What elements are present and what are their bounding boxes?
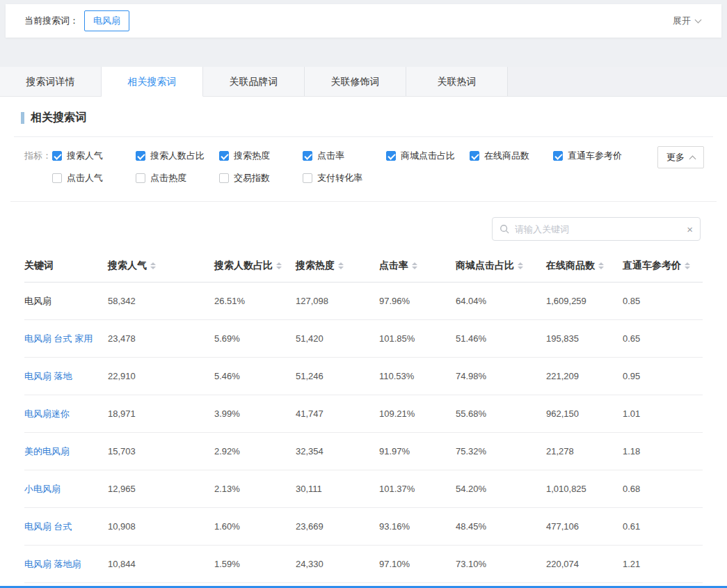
cell-点击率: 101.37% [379,484,456,494]
checkbox-unchecked-icon[interactable] [303,173,312,183]
sort-icon[interactable] [338,262,344,269]
metric-checkbox-点击热度[interactable]: 点击热度 [136,172,219,184]
table-row: 电风扇 台式10,9081.60%23,66993.16%48.45%477,1… [24,508,703,546]
search-box[interactable]: × [492,217,701,241]
more-button[interactable]: 更多 [657,146,704,168]
column-label: 搜索人数占比 [214,260,273,272]
metric-checkbox-搜索人气[interactable]: 搜索人气 [52,150,136,162]
metric-checkbox-交易指数[interactable]: 交易指数 [219,172,303,184]
cell-在线商品数: 220,074 [546,559,623,569]
metric-checkbox-点击率[interactable]: 点击率 [303,150,386,162]
current-search-bar: 当前搜索词： 电风扇 展开 [6,4,721,38]
cell-直通车参考价: 0.85 [623,296,703,306]
cell-直通车参考价: 0.68 [623,484,703,494]
checkbox-unchecked-icon[interactable] [52,173,62,183]
checkbox-checked-icon[interactable] [553,151,563,161]
cell-搜索热度: 24,330 [296,559,379,569]
metric-label: 交易指数 [234,172,270,184]
column-header-直通车参考价[interactable]: 直通车参考价 [623,260,703,272]
metric-checkbox-直通车参考价[interactable]: 直通车参考价 [553,150,637,162]
tab-相关搜索词[interactable]: 相关搜索词 [102,67,203,97]
column-header-搜索人气[interactable]: 搜索人气 [108,260,214,272]
sort-icon[interactable] [685,262,690,269]
checkbox-checked-icon[interactable] [219,151,229,161]
keyword-link[interactable]: 电风扇 落地扇 [24,558,108,571]
cell-搜索热度: 127,098 [296,296,379,306]
tab-关联修饰词[interactable]: 关联修饰词 [305,67,406,96]
sort-icon[interactable] [598,262,604,269]
table-row: 电风扇 落地扇10,8441.59%24,33097.10%73.10%220,… [24,546,703,583]
cell-商城点击占比: 51.46% [456,333,546,344]
sort-icon[interactable] [412,262,417,269]
tab-搜索词详情[interactable]: 搜索词详情 [0,67,102,96]
cell-在线商品数: 1,010,825 [546,484,623,494]
cell-点击率: 109.21% [379,408,456,419]
cell-搜索热度: 23,669 [296,521,379,532]
cell-在线商品数: 195,835 [546,333,623,344]
keyword-link[interactable]: 电风扇 台式 [24,521,108,533]
expand-button[interactable]: 展开 [673,15,701,27]
checkbox-unchecked-icon[interactable] [136,173,145,183]
cell-搜索人气: 22,910 [108,371,214,381]
cell-在线商品数: 221,209 [546,371,623,381]
cell-点击率: 91.97% [379,446,456,456]
metric-checkbox-搜索热度[interactable]: 搜索热度 [219,150,303,162]
cell-在线商品数: 21,278 [546,446,623,456]
sort-icon[interactable] [150,262,156,269]
keyword-link[interactable]: 美的电风扇 [24,445,108,458]
main-panel: 相关搜索词 指标： 搜索人气搜索人数占比搜索热度点击率商城点击占比在线商品数直通… [0,97,727,588]
tab-关联热词[interactable]: 关联热词 [406,67,508,96]
column-label: 关键词 [24,260,54,272]
cell-搜索人数占比: 1.60% [214,521,296,532]
table-body: 电风扇58,34226.51%127,09897.96%64.04%1,609,… [24,283,703,583]
column-label: 搜索热度 [296,260,335,272]
cell-搜索人数占比: 2.13% [214,484,296,494]
checkbox-checked-icon[interactable] [386,151,396,161]
tab-关联品牌词[interactable]: 关联品牌词 [203,67,305,96]
table-row: 美的电风扇15,7032.92%32,35491.97%75.32%21,278… [24,433,703,470]
checkbox-checked-icon[interactable] [470,151,479,161]
column-header-在线商品数[interactable]: 在线商品数 [546,260,623,272]
column-header-商城点击占比[interactable]: 商城点击占比 [456,260,546,272]
column-header-搜索人数占比[interactable]: 搜索人数占比 [214,260,296,272]
metric-label: 点击人气 [67,172,103,184]
metric-label: 搜索人数占比 [150,150,205,162]
keyword-search-input[interactable] [515,224,681,235]
checkbox-checked-icon[interactable] [303,151,312,161]
checkbox-unchecked-icon[interactable] [219,173,229,183]
metric-checkbox-搜索人数占比[interactable]: 搜索人数占比 [136,150,219,162]
metrics-filter-panel: 指标： 搜索人气搜索人数占比搜索热度点击率商城点击占比在线商品数直通车参考价 点… [10,137,717,202]
cell-搜索人气: 23,478 [108,333,214,344]
metric-checkbox-在线商品数[interactable]: 在线商品数 [470,150,553,162]
column-label: 点击率 [379,260,408,272]
cell-搜索人数占比: 1.59% [214,559,296,569]
cell-搜索人气: 10,908 [108,521,214,532]
checkbox-checked-icon[interactable] [52,151,62,161]
sort-icon[interactable] [518,262,523,269]
column-header-搜索热度[interactable]: 搜索热度 [296,260,379,272]
cell-搜索人气: 12,965 [108,484,214,494]
keyword-link[interactable]: 电风扇 台式 家用 [24,333,108,345]
cell-搜索人数占比: 5.46% [214,371,296,381]
filter-row-2: 点击人气点击热度交易指数支付转化率 [24,172,703,184]
checkbox-checked-icon[interactable] [136,151,145,161]
cell-搜索人数占比: 2.92% [214,446,296,456]
page-title: 相关搜索词 [31,111,86,125]
metric-checkbox-支付转化率[interactable]: 支付转化率 [303,172,386,184]
column-header-点击率[interactable]: 点击率 [379,260,456,272]
filter-row-2-items: 点击人气点击热度交易指数支付转化率 [52,172,386,184]
keyword-link[interactable]: 电风扇迷你 [24,408,108,420]
keyword-link[interactable]: 电风扇 落地 [24,370,108,383]
column-label: 直通车参考价 [623,260,681,272]
filter-row-1-items: 搜索人气搜索人数占比搜索热度点击率商城点击占比在线商品数直通车参考价 [52,150,637,162]
cell-在线商品数: 1,609,259 [546,296,623,306]
metric-checkbox-点击人气[interactable]: 点击人气 [52,172,136,184]
metric-checkbox-商城点击占比[interactable]: 商城点击占比 [386,150,470,162]
sort-icon[interactable] [276,262,282,269]
cell-搜索热度: 51,246 [296,371,379,381]
clear-icon[interactable]: × [687,224,693,235]
keyword-link[interactable]: 小电风扇 [24,483,108,495]
keyword-tag[interactable]: 电风扇 [84,10,129,31]
column-label: 商城点击占比 [456,260,514,272]
cell-搜索热度: 51,420 [296,333,379,344]
